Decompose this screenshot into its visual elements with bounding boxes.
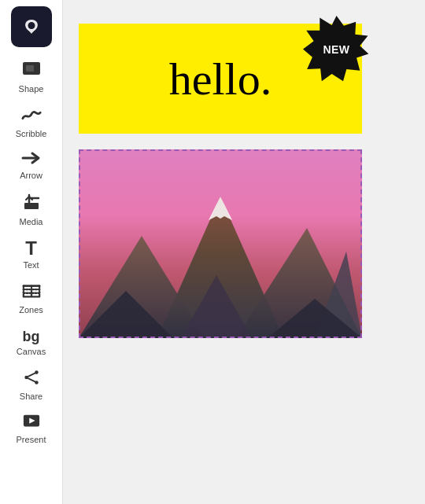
sidebar-item-zones[interactable]: Zones	[4, 276, 59, 321]
svg-rect-1	[26, 65, 34, 72]
scribble-icon	[21, 106, 42, 127]
canvas-area: hello. NEW	[63, 0, 425, 504]
sidebar-item-present-label: Present	[17, 435, 46, 444]
svg-line-16	[28, 373, 35, 377]
arrow-icon	[21, 151, 42, 168]
yellow-banner[interactable]: hello. NEW	[79, 24, 362, 134]
banner-text: hello.	[169, 53, 272, 105]
image-card[interactable]	[79, 149, 362, 338]
media-icon	[22, 193, 41, 215]
sidebar-item-arrow-label: Arrow	[20, 171, 42, 180]
svg-line-17	[28, 378, 35, 381]
present-icon	[23, 414, 40, 432]
text-icon: T	[25, 239, 37, 258]
sidebar-item-canvas-label: Canvas	[17, 347, 46, 356]
sidebar-item-scribble[interactable]: Scribble	[4, 100, 59, 145]
sidebar-item-shape-label: Shape	[19, 84, 44, 94]
sidebar-item-media-label: Media	[20, 217, 43, 226]
svg-rect-3	[24, 203, 39, 209]
starburst-label: NEW	[303, 16, 370, 83]
sidebar-item-zones-label: Zones	[19, 305, 43, 315]
sidebar-item-share-label: Share	[20, 392, 42, 401]
mountain-image	[79, 149, 362, 338]
sidebar-item-canvas[interactable]: bg Canvas	[4, 321, 59, 362]
sidebar-item-shape[interactable]: Shape	[4, 55, 59, 100]
sidebar-item-scribble-label: Scribble	[16, 129, 47, 138]
share-icon	[23, 369, 40, 389]
canvas-icon: bg	[23, 327, 40, 344]
shape-icon	[22, 61, 41, 82]
sidebar: Shape Scribble Arrow Me	[0, 0, 63, 504]
sidebar-item-share[interactable]: Share	[4, 362, 59, 407]
sidebar-item-present[interactable]: Present	[4, 407, 59, 451]
sidebar-item-media[interactable]: Media	[4, 186, 59, 233]
app-logo[interactable]	[11, 6, 52, 47]
sidebar-item-arrow[interactable]: Arrow	[4, 145, 59, 186]
new-badge: NEW	[303, 16, 370, 83]
zones-icon	[22, 282, 41, 303]
sidebar-item-text[interactable]: T Text	[4, 233, 59, 276]
sidebar-item-text-label: Text	[23, 260, 39, 270]
